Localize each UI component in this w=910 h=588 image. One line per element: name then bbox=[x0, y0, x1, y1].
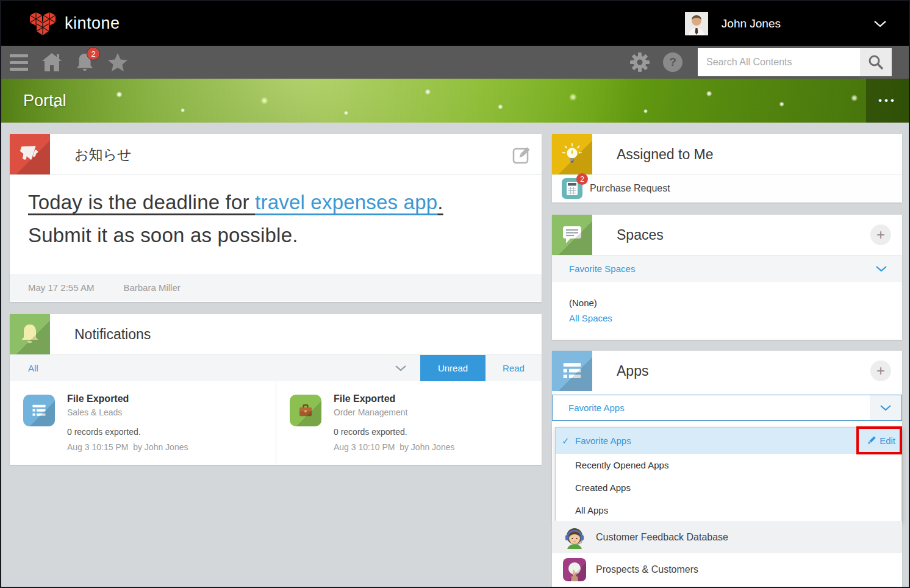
notification-app-name: Order Management bbox=[334, 407, 542, 417]
announcement-edit-icon[interactable] bbox=[512, 146, 531, 164]
nav-bar: 2 ? bbox=[1, 46, 909, 79]
notifications-widget: Notifications All Unread Read bbox=[10, 314, 542, 465]
customer-support-avatar-icon bbox=[563, 526, 586, 549]
app-row-customer-feedback[interactable]: Customer Feedback Database bbox=[552, 521, 902, 553]
spaces-filter-row[interactable]: Favorite Spaces bbox=[552, 255, 902, 282]
apps-filter-dropdown: ✓ Favorite Apps Edit Recently Opened App… bbox=[555, 427, 902, 522]
notification-detail: 0 records exported. bbox=[334, 427, 542, 437]
notification-app-name: Sales & Leads bbox=[67, 407, 276, 417]
notifications-bell-icon[interactable]: 2 bbox=[68, 46, 101, 79]
notification-item[interactable]: File Exported Sales & Leads 0 records ex… bbox=[10, 381, 276, 464]
user-name: John Jones bbox=[722, 17, 781, 30]
menu-item-recently-opened-apps[interactable]: Recently Opened Apps bbox=[556, 454, 901, 476]
home-icon[interactable] bbox=[35, 46, 68, 79]
briefcase-app-icon bbox=[290, 395, 321, 426]
kintone-logo[interactable]: kintone bbox=[29, 11, 120, 37]
portal-more-options-icon[interactable]: ••• bbox=[866, 79, 909, 123]
assigned-task-row[interactable]: 2 Purchase Request bbox=[552, 174, 902, 202]
menu-item-all-apps[interactable]: All Apps bbox=[556, 499, 901, 522]
settings-gear-icon[interactable] bbox=[623, 46, 656, 79]
lightbulb-icon bbox=[552, 134, 592, 174]
apps-filter-select[interactable]: Favorite Apps bbox=[552, 395, 902, 421]
announcement-author: Barbara Miller bbox=[123, 282, 180, 293]
notification-title: File Exported bbox=[334, 393, 542, 404]
assigned-to-me-widget: Assigned to Me 2 Purchase Request bbox=[552, 134, 902, 203]
megaphone-icon bbox=[10, 134, 50, 174]
menu-item-favorite-apps[interactable]: ✓ Favorite Apps Edit bbox=[556, 428, 901, 454]
apps-filter-value: Favorite Apps bbox=[568, 403, 625, 413]
app-name: Prospects & Customers bbox=[596, 564, 698, 575]
app-row-prospects-customers[interactable]: Prospects & Customers bbox=[552, 553, 902, 586]
search-button[interactable] bbox=[860, 48, 892, 76]
apps-widget: Apps + Favorite Apps ✓ Favorite Apps bbox=[552, 351, 902, 587]
spaces-title: Spaces bbox=[617, 227, 664, 243]
kintone-portal-page: kintone John Jones bbox=[0, 0, 910, 588]
notification-item[interactable]: File Exported Order Management 0 records… bbox=[276, 381, 542, 464]
app-name: Customer Feedback Database bbox=[596, 532, 728, 543]
filter-all[interactable]: All bbox=[28, 355, 38, 381]
favorites-star-icon[interactable] bbox=[101, 46, 134, 79]
notification-detail: 0 records exported. bbox=[67, 427, 276, 437]
notification-title: File Exported bbox=[67, 393, 276, 404]
add-app-button[interactable]: + bbox=[870, 360, 891, 381]
prospects-app-icon bbox=[563, 558, 586, 581]
avatar bbox=[685, 12, 708, 35]
top-bar: kintone John Jones bbox=[1, 1, 909, 46]
notification-count-badge: 2 bbox=[87, 47, 100, 60]
filter-read-button[interactable]: Read bbox=[485, 355, 542, 381]
announcements-widget: お知らせ Today is the deadline for travel ex… bbox=[10, 134, 542, 302]
spaces-none-label: (None) bbox=[569, 298, 902, 308]
help-icon[interactable]: ? bbox=[656, 46, 689, 79]
travel-expenses-app-link[interactable]: travel expenses app bbox=[255, 191, 437, 213]
hamburger-menu-icon[interactable] bbox=[2, 46, 35, 79]
spaces-chevron-down-icon bbox=[875, 265, 887, 272]
page-title: Portal bbox=[23, 91, 66, 110]
user-menu[interactable]: John Jones bbox=[685, 1, 887, 46]
search-icon bbox=[868, 54, 884, 70]
notifications-filter-bar: All Unread Read bbox=[10, 354, 542, 381]
spaces-filter-label: Favorite Spaces bbox=[569, 264, 635, 274]
user-chevron-down-icon bbox=[873, 20, 887, 27]
apps-title: Apps bbox=[617, 363, 648, 379]
check-icon: ✓ bbox=[562, 436, 570, 446]
announcement-timestamp: May 17 2:55 AM bbox=[28, 282, 94, 293]
announcement-body: Today is the deadline for travel expense… bbox=[10, 174, 542, 274]
edit-favorite-apps-button[interactable]: Edit bbox=[866, 436, 895, 446]
announcements-title: お知らせ bbox=[74, 145, 132, 164]
all-spaces-link[interactable]: All Spaces bbox=[569, 313, 902, 323]
notifications-title: Notifications bbox=[74, 326, 151, 343]
spaces-widget: Spaces + Favorite Spaces (None) All Spac… bbox=[552, 215, 902, 340]
assigned-to-me-title: Assigned to Me bbox=[617, 146, 714, 163]
apps-list-icon bbox=[552, 351, 592, 391]
logo-text: kintone bbox=[65, 14, 120, 33]
calculator-app-icon: 2 bbox=[562, 178, 582, 199]
list-app-icon bbox=[23, 395, 55, 426]
announcement-line1: Today is the deadline for travel expense… bbox=[28, 191, 523, 214]
kintone-logo-icon bbox=[29, 11, 56, 37]
add-space-button[interactable]: + bbox=[870, 224, 891, 245]
speech-bubble-icon bbox=[552, 215, 592, 255]
notification-meta: Aug 3 10:10 PM by John Jones bbox=[334, 442, 542, 452]
portal-cover: Portal ••• bbox=[1, 79, 909, 123]
task-count-badge: 2 bbox=[576, 173, 588, 185]
filter-chevron-down-icon[interactable] bbox=[395, 355, 407, 381]
search-input[interactable] bbox=[698, 48, 860, 76]
apps-select-chevron-down-icon bbox=[870, 395, 901, 420]
notification-meta: Aug 3 10:15 PM by John Jones bbox=[67, 442, 276, 452]
announcement-line2: Submit it as soon as possible. bbox=[28, 224, 523, 247]
menu-item-created-apps[interactable]: Created Apps bbox=[556, 476, 901, 499]
search-bar bbox=[698, 48, 892, 76]
pencil-icon bbox=[866, 436, 876, 446]
filter-unread-button[interactable]: Unread bbox=[420, 355, 485, 381]
task-label: Purchase Request bbox=[590, 183, 670, 194]
bell-widget-icon bbox=[10, 314, 50, 354]
announcement-footer: May 17 2:55 AM Barbara Miller bbox=[10, 274, 542, 301]
